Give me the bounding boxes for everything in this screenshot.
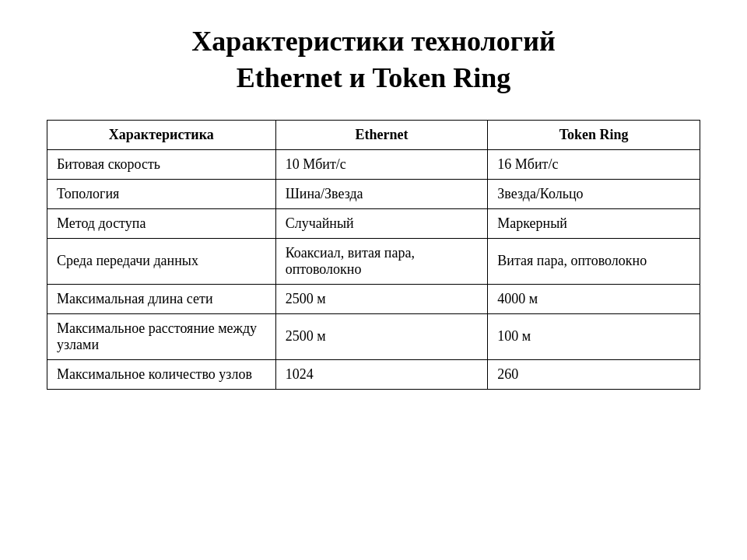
cell-characteristic-4: Максимальная длина сети (47, 284, 276, 313)
cell-characteristic-6: Максимальное количество узлов (47, 359, 276, 389)
cell-ethernet-1: Шина/Звезда (275, 179, 488, 208)
cell-characteristic-3: Среда передачи данных (47, 238, 276, 284)
cell-tokenring-6: 260 (488, 359, 700, 389)
cell-tokenring-2: Маркерный (488, 208, 700, 238)
table-row: Максимальное количество узлов1024260 (47, 359, 700, 389)
cell-ethernet-0: 10 Мбит/с (275, 149, 488, 179)
cell-tokenring-4: 4000 м (488, 284, 700, 313)
header-characteristic: Характеристика (47, 120, 276, 149)
cell-ethernet-3: Коаксиал, витая пара, оптоволокно (275, 238, 488, 284)
table-row: Максимальная длина сети2500 м4000 м (47, 284, 700, 313)
cell-ethernet-6: 1024 (275, 359, 488, 389)
cell-characteristic-0: Битовая скорость (47, 149, 276, 179)
cell-ethernet-4: 2500 м (275, 284, 488, 313)
cell-characteristic-1: Топология (47, 179, 276, 208)
cell-ethernet-2: Случайный (275, 208, 488, 238)
cell-characteristic-5: Максимальное расстояние между узлами (47, 313, 276, 359)
cell-tokenring-1: Звезда/Кольцо (488, 179, 700, 208)
table-row: Среда передачи данныхКоаксиал, витая пар… (47, 238, 700, 284)
table-row: Битовая скорость10 Мбит/с16 Мбит/с (47, 149, 700, 179)
comparison-table: Характеристика Ethernet Token Ring Битов… (47, 120, 700, 390)
page-title: Характеристики технологий Ethernet и Tok… (191, 23, 555, 96)
cell-tokenring-0: 16 Мбит/с (488, 149, 700, 179)
table-row: ТопологияШина/ЗвездаЗвезда/Кольцо (47, 179, 700, 208)
cell-ethernet-5: 2500 м (275, 313, 488, 359)
table-row: Максимальное расстояние между узлами2500… (47, 313, 700, 359)
cell-characteristic-2: Метод доступа (47, 208, 276, 238)
header-tokenring: Token Ring (488, 120, 700, 149)
cell-tokenring-3: Витая пара, оптоволокно (488, 238, 700, 284)
header-ethernet: Ethernet (275, 120, 488, 149)
cell-tokenring-5: 100 м (488, 313, 700, 359)
table-header-row: Характеристика Ethernet Token Ring (47, 120, 700, 149)
table-row: Метод доступаСлучайныйМаркерный (47, 208, 700, 238)
